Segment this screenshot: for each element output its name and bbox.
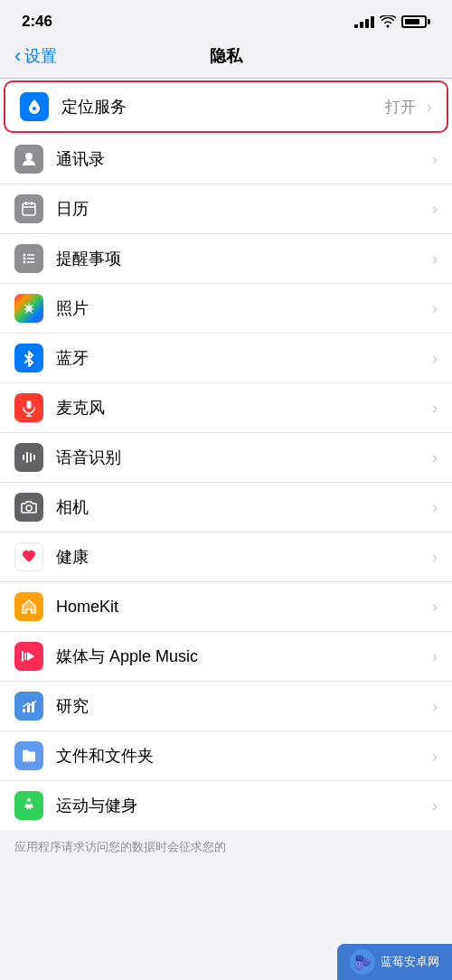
svg-point-6 bbox=[24, 258, 26, 260]
list-item-contacts[interactable]: 通讯录 › bbox=[0, 135, 452, 184]
svg-rect-12 bbox=[27, 400, 32, 409]
list-item-research[interactable]: 研究 › bbox=[0, 682, 452, 731]
speech-icon bbox=[14, 443, 43, 472]
battery-icon bbox=[401, 15, 430, 28]
top-divider bbox=[0, 78, 452, 79]
status-icons bbox=[354, 15, 430, 28]
photos-chevron-icon: › bbox=[432, 299, 438, 318]
signal-icon bbox=[354, 15, 374, 28]
bluetooth-chevron-icon: › bbox=[432, 349, 438, 368]
fitness-content: 运动与健身 bbox=[56, 795, 427, 816]
research-content: 研究 bbox=[56, 695, 427, 717]
bottom-hint: 应用程序请求访问您的数据时会征求您的 bbox=[0, 830, 452, 864]
svg-rect-1 bbox=[23, 203, 35, 215]
svg-rect-15 bbox=[23, 455, 24, 460]
svg-rect-17 bbox=[30, 453, 32, 462]
camera-content: 相机 bbox=[56, 496, 427, 518]
calendar-chevron-icon: › bbox=[432, 200, 438, 219]
location-chevron-icon: › bbox=[427, 98, 432, 117]
media-label: 媒体与 Apple Music bbox=[56, 645, 427, 667]
media-icon bbox=[14, 642, 43, 671]
svg-rect-18 bbox=[33, 455, 35, 460]
contacts-chevron-icon: › bbox=[432, 150, 438, 169]
microphone-label: 麦克风 bbox=[56, 397, 427, 419]
list-item-files[interactable]: 文件和文件夹 › bbox=[0, 731, 452, 781]
svg-point-5 bbox=[24, 254, 26, 257]
reminders-label: 提醒事项 bbox=[56, 248, 427, 269]
list-item-photos[interactable]: 照片 › bbox=[0, 284, 452, 334]
list-item-camera[interactable]: 相机 › bbox=[0, 483, 452, 532]
location-meta: 打开 › bbox=[385, 97, 432, 118]
files-content: 文件和文件夹 bbox=[56, 745, 427, 767]
svg-rect-23 bbox=[27, 705, 30, 712]
list-item-location[interactable]: 定位服务 打开 › bbox=[4, 80, 448, 133]
back-button[interactable]: ‹ 设置 bbox=[14, 45, 57, 67]
homekit-chevron-icon: › bbox=[432, 598, 438, 617]
settings-list: 定位服务 打开 › 通讯录 › 日历 bbox=[0, 80, 452, 830]
status-time: 2:46 bbox=[22, 13, 52, 31]
media-chevron-icon: › bbox=[432, 647, 438, 666]
microphone-icon bbox=[14, 393, 43, 422]
status-bar: 2:46 bbox=[0, 0, 452, 38]
list-item-bluetooth[interactable]: 蓝牙 › bbox=[0, 334, 452, 383]
contacts-label: 通讯录 bbox=[56, 148, 427, 170]
contacts-content: 通讯录 bbox=[56, 148, 427, 170]
list-item-fitness[interactable]: 运动与健身 › bbox=[0, 781, 452, 830]
svg-point-7 bbox=[24, 261, 26, 264]
back-chevron-icon: ‹ bbox=[14, 46, 21, 66]
watermark-text: 蓝莓安卓网 bbox=[381, 954, 439, 970]
files-chevron-icon: › bbox=[432, 747, 438, 766]
svg-point-25 bbox=[27, 798, 31, 802]
health-icon bbox=[14, 542, 43, 571]
photos-icon bbox=[14, 294, 43, 323]
health-content: 健康 bbox=[56, 546, 427, 568]
homekit-icon bbox=[14, 592, 43, 621]
location-icon bbox=[20, 92, 49, 121]
speech-chevron-icon: › bbox=[432, 448, 438, 467]
list-item-homekit[interactable]: HomeKit › bbox=[0, 582, 452, 632]
location-label: 定位服务 bbox=[61, 96, 385, 118]
svg-rect-22 bbox=[23, 709, 25, 712]
svg-point-19 bbox=[26, 505, 32, 511]
files-icon bbox=[14, 741, 43, 770]
list-item-media[interactable]: 媒体与 Apple Music › bbox=[0, 632, 452, 682]
svg-rect-16 bbox=[26, 452, 28, 463]
fitness-chevron-icon: › bbox=[432, 796, 438, 815]
svg-point-0 bbox=[25, 153, 33, 160]
research-icon bbox=[14, 692, 43, 721]
reminders-chevron-icon: › bbox=[432, 250, 438, 269]
speech-content: 语音识别 bbox=[56, 447, 427, 468]
list-item-speech[interactable]: 语音识别 › bbox=[0, 433, 452, 483]
contacts-icon bbox=[14, 145, 43, 174]
photos-content: 照片 bbox=[56, 297, 427, 319]
list-item-reminders[interactable]: 提醒事项 › bbox=[0, 234, 452, 284]
microphone-chevron-icon: › bbox=[432, 399, 438, 418]
speech-label: 语音识别 bbox=[56, 447, 427, 468]
camera-icon bbox=[14, 493, 43, 522]
camera-label: 相机 bbox=[56, 496, 427, 518]
watermark-logo: 🫐 bbox=[350, 949, 375, 975]
research-chevron-icon: › bbox=[432, 697, 438, 716]
microphone-content: 麦克风 bbox=[56, 397, 427, 419]
health-chevron-icon: › bbox=[432, 548, 438, 567]
reminders-content: 提醒事项 bbox=[56, 248, 427, 269]
bluetooth-icon bbox=[14, 344, 43, 372]
page-title: 隐私 bbox=[210, 45, 242, 67]
list-item-health[interactable]: 健康 › bbox=[0, 532, 452, 582]
files-label: 文件和文件夹 bbox=[56, 745, 427, 767]
calendar-label: 日历 bbox=[56, 198, 427, 220]
location-content: 定位服务 bbox=[61, 96, 385, 118]
back-label: 设置 bbox=[24, 45, 57, 67]
location-status: 打开 bbox=[385, 97, 416, 118]
list-item-calendar[interactable]: 日历 › bbox=[0, 184, 452, 234]
reminders-icon bbox=[14, 244, 43, 273]
media-content: 媒体与 Apple Music bbox=[56, 645, 427, 667]
bluetooth-content: 蓝牙 bbox=[56, 347, 427, 369]
photos-label: 照片 bbox=[56, 297, 427, 319]
list-item-microphone[interactable]: 麦克风 › bbox=[0, 383, 452, 433]
calendar-content: 日历 bbox=[56, 198, 427, 220]
health-label: 健康 bbox=[56, 546, 427, 568]
watermark: 🫐 蓝莓安卓网 bbox=[337, 944, 452, 980]
bluetooth-label: 蓝牙 bbox=[56, 347, 427, 369]
fitness-icon bbox=[14, 791, 43, 820]
